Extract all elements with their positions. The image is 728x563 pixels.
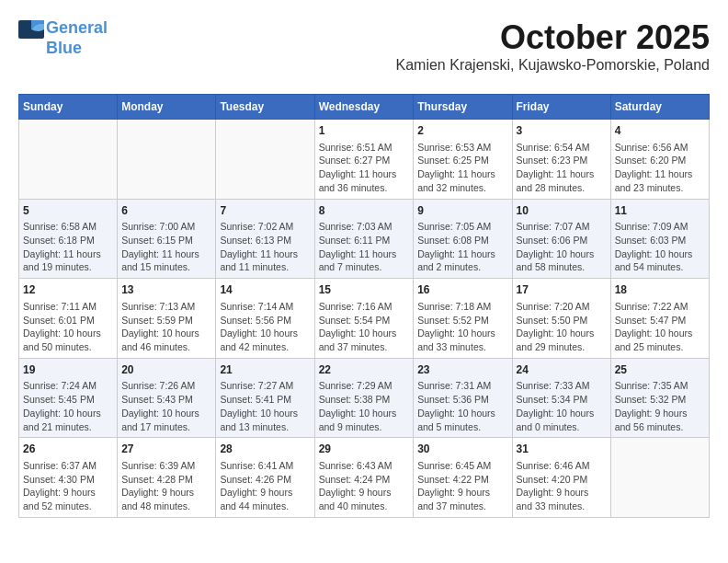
day-info: Sunrise: 7:35 AM Sunset: 5:32 PM Dayligh… <box>615 379 705 433</box>
calendar-cell: 21Sunrise: 7:27 AM Sunset: 5:41 PM Dayli… <box>216 358 314 438</box>
calendar-cell: 2Sunrise: 6:53 AM Sunset: 6:25 PM Daylig… <box>414 120 512 200</box>
day-info: Sunrise: 7:27 AM Sunset: 5:41 PM Dayligh… <box>220 379 310 433</box>
calendar-cell: 16Sunrise: 7:18 AM Sunset: 5:52 PM Dayli… <box>414 279 512 359</box>
calendar-week-1: 1Sunrise: 6:51 AM Sunset: 6:27 PM Daylig… <box>19 120 710 200</box>
day-number: 26 <box>23 442 113 457</box>
day-info: Sunrise: 7:26 AM Sunset: 5:43 PM Dayligh… <box>121 379 211 433</box>
day-number: 3 <box>517 123 607 139</box>
day-number: 2 <box>417 123 507 139</box>
calendar-cell: 10Sunrise: 7:07 AM Sunset: 6:06 PM Dayli… <box>512 199 610 279</box>
day-number: 12 <box>23 282 113 298</box>
logo-text: General Blue <box>46 18 108 58</box>
day-info: Sunrise: 7:33 AM Sunset: 5:34 PM Dayligh… <box>517 379 607 433</box>
day-number: 10 <box>517 203 607 219</box>
day-info: Sunrise: 7:31 AM Sunset: 5:36 PM Dayligh… <box>417 379 507 433</box>
day-number: 18 <box>615 282 705 298</box>
day-number: 5 <box>23 203 113 219</box>
day-number: 21 <box>220 362 310 378</box>
calendar-cell: 18Sunrise: 7:22 AM Sunset: 5:47 PM Dayli… <box>610 279 709 359</box>
calendar-cell <box>610 438 709 518</box>
month-title: October 2025 <box>396 18 710 57</box>
calendar-body: 1Sunrise: 6:51 AM Sunset: 6:27 PM Daylig… <box>19 120 710 518</box>
calendar-cell: 31Sunrise: 6:46 AM Sunset: 4:20 PM Dayli… <box>512 438 610 518</box>
calendar-cell: 12Sunrise: 7:11 AM Sunset: 6:01 PM Dayli… <box>19 279 118 359</box>
calendar-cell: 8Sunrise: 7:03 AM Sunset: 6:11 PM Daylig… <box>314 199 414 279</box>
day-info: Sunrise: 6:39 AM Sunset: 4:28 PM Dayligh… <box>121 459 211 513</box>
day-number: 31 <box>517 442 607 457</box>
day-number: 27 <box>121 442 211 457</box>
day-info: Sunrise: 6:53 AM Sunset: 6:25 PM Dayligh… <box>417 141 507 195</box>
calendar-table: SundayMondayTuesdayWednesdayThursdayFrid… <box>18 94 710 518</box>
weekday-header-friday: Friday <box>512 95 610 120</box>
day-info: Sunrise: 6:43 AM Sunset: 4:24 PM Dayligh… <box>319 459 410 513</box>
title-section: October 2025 Kamien Krajenski, Kujawsko-… <box>396 18 710 83</box>
calendar-cell: 14Sunrise: 7:14 AM Sunset: 5:56 PM Dayli… <box>216 279 314 359</box>
calendar-cell: 30Sunrise: 6:45 AM Sunset: 4:22 PM Dayli… <box>414 438 512 518</box>
calendar-cell <box>19 120 118 200</box>
day-number: 20 <box>121 362 211 378</box>
calendar-cell: 13Sunrise: 7:13 AM Sunset: 5:59 PM Dayli… <box>118 279 216 359</box>
day-info: Sunrise: 7:24 AM Sunset: 5:45 PM Dayligh… <box>23 379 113 433</box>
calendar-cell <box>216 120 314 200</box>
day-info: Sunrise: 7:00 AM Sunset: 6:15 PM Dayligh… <box>121 220 211 274</box>
day-number: 25 <box>615 362 705 378</box>
calendar-cell <box>118 120 216 200</box>
calendar-week-4: 19Sunrise: 7:24 AM Sunset: 5:45 PM Dayli… <box>19 358 710 438</box>
day-number: 30 <box>417 442 507 457</box>
day-number: 9 <box>417 203 507 219</box>
calendar-cell: 5Sunrise: 6:58 AM Sunset: 6:18 PM Daylig… <box>19 199 118 279</box>
calendar-cell: 28Sunrise: 6:41 AM Sunset: 4:26 PM Dayli… <box>216 438 314 518</box>
day-number: 1 <box>319 123 410 139</box>
calendar-cell: 23Sunrise: 7:31 AM Sunset: 5:36 PM Dayli… <box>414 358 512 438</box>
calendar-cell: 29Sunrise: 6:43 AM Sunset: 4:24 PM Dayli… <box>314 438 414 518</box>
weekday-header-sunday: Sunday <box>19 95 118 120</box>
day-info: Sunrise: 7:07 AM Sunset: 6:06 PM Dayligh… <box>517 220 607 274</box>
weekday-header-row: SundayMondayTuesdayWednesdayThursdayFrid… <box>19 95 710 120</box>
day-info: Sunrise: 7:16 AM Sunset: 5:54 PM Dayligh… <box>319 300 410 354</box>
day-number: 6 <box>121 203 211 219</box>
day-info: Sunrise: 7:22 AM Sunset: 5:47 PM Dayligh… <box>615 300 705 354</box>
calendar-cell: 1Sunrise: 6:51 AM Sunset: 6:27 PM Daylig… <box>314 120 414 200</box>
calendar-cell: 3Sunrise: 6:54 AM Sunset: 6:23 PM Daylig… <box>512 120 610 200</box>
day-number: 29 <box>319 442 410 457</box>
day-info: Sunrise: 6:56 AM Sunset: 6:20 PM Dayligh… <box>615 141 705 195</box>
weekday-header-monday: Monday <box>118 95 216 120</box>
weekday-header-wednesday: Wednesday <box>314 95 414 120</box>
calendar-cell: 19Sunrise: 7:24 AM Sunset: 5:45 PM Dayli… <box>19 358 118 438</box>
day-info: Sunrise: 7:29 AM Sunset: 5:38 PM Dayligh… <box>319 379 410 433</box>
day-number: 23 <box>417 362 507 378</box>
day-info: Sunrise: 7:05 AM Sunset: 6:08 PM Dayligh… <box>417 220 507 274</box>
weekday-header-saturday: Saturday <box>610 95 709 120</box>
calendar-cell: 11Sunrise: 7:09 AM Sunset: 6:03 PM Dayli… <box>610 199 709 279</box>
calendar-cell: 4Sunrise: 6:56 AM Sunset: 6:20 PM Daylig… <box>610 120 709 200</box>
day-info: Sunrise: 6:41 AM Sunset: 4:26 PM Dayligh… <box>220 459 310 513</box>
weekday-header-tuesday: Tuesday <box>216 95 314 120</box>
calendar-cell: 26Sunrise: 6:37 AM Sunset: 4:30 PM Dayli… <box>19 438 118 518</box>
calendar-week-5: 26Sunrise: 6:37 AM Sunset: 4:30 PM Dayli… <box>19 438 710 518</box>
calendar-week-2: 5Sunrise: 6:58 AM Sunset: 6:18 PM Daylig… <box>19 199 710 279</box>
day-info: Sunrise: 6:37 AM Sunset: 4:30 PM Dayligh… <box>23 459 113 513</box>
day-info: Sunrise: 7:02 AM Sunset: 6:13 PM Dayligh… <box>220 220 310 274</box>
day-number: 4 <box>615 123 705 139</box>
day-number: 28 <box>220 442 310 457</box>
calendar-cell: 20Sunrise: 7:26 AM Sunset: 5:43 PM Dayli… <box>118 358 216 438</box>
calendar-cell: 22Sunrise: 7:29 AM Sunset: 5:38 PM Dayli… <box>314 358 414 438</box>
day-info: Sunrise: 6:45 AM Sunset: 4:22 PM Dayligh… <box>417 459 507 513</box>
day-info: Sunrise: 7:11 AM Sunset: 6:01 PM Dayligh… <box>23 300 113 354</box>
calendar-cell: 15Sunrise: 7:16 AM Sunset: 5:54 PM Dayli… <box>314 279 414 359</box>
day-number: 19 <box>23 362 113 378</box>
calendar-cell: 24Sunrise: 7:33 AM Sunset: 5:34 PM Dayli… <box>512 358 610 438</box>
calendar-cell: 7Sunrise: 7:02 AM Sunset: 6:13 PM Daylig… <box>216 199 314 279</box>
day-info: Sunrise: 7:14 AM Sunset: 5:56 PM Dayligh… <box>220 300 310 354</box>
location-title: Kamien Krajenski, Kujawsko-Pomorskie, Po… <box>396 57 710 74</box>
day-number: 15 <box>319 282 410 298</box>
calendar-cell: 25Sunrise: 7:35 AM Sunset: 5:32 PM Dayli… <box>610 358 709 438</box>
day-info: Sunrise: 7:03 AM Sunset: 6:11 PM Dayligh… <box>319 220 410 274</box>
day-number: 7 <box>220 203 310 219</box>
logo: General Blue <box>18 18 108 58</box>
day-number: 17 <box>517 282 607 298</box>
calendar-cell: 27Sunrise: 6:39 AM Sunset: 4:28 PM Dayli… <box>118 438 216 518</box>
day-info: Sunrise: 7:09 AM Sunset: 6:03 PM Dayligh… <box>615 220 705 274</box>
day-number: 14 <box>220 282 310 298</box>
day-info: Sunrise: 6:46 AM Sunset: 4:20 PM Dayligh… <box>517 459 607 513</box>
